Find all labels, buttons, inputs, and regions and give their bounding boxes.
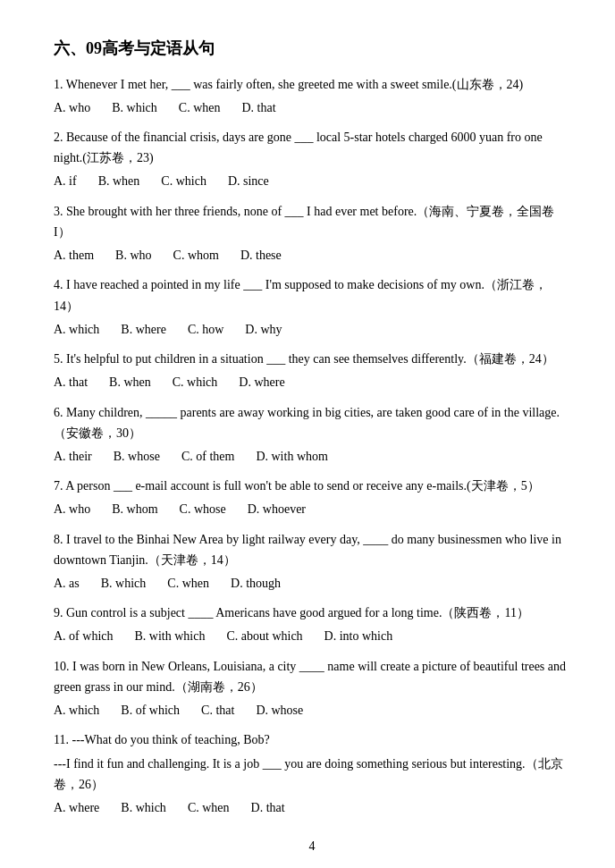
option-1-2: C. when (179, 98, 221, 118)
option-2-0: A. if (54, 172, 77, 191)
option-5-1: B. when (109, 373, 151, 392)
option-5-2: C. which (173, 373, 218, 392)
option-8-1: B. which (101, 574, 147, 594)
option-11-2: C. when (188, 798, 230, 818)
option-5-3: D. where (239, 373, 284, 392)
option-8-0: A. as (54, 574, 80, 594)
options-row-11: A. whereB. whichC. whenD. that (54, 798, 570, 818)
options-row-4: A. whichB. whereC. howD. why (54, 320, 570, 340)
option-4-2: C. how (188, 320, 223, 340)
options-row-5: A. thatB. whenC. whichD. where (54, 373, 570, 392)
option-7-3: D. whoever (248, 500, 306, 519)
option-1-1: B. which (112, 98, 157, 118)
option-10-2: C. that (201, 701, 234, 721)
options-row-1: A. whoB. whichC. whenD. that (54, 98, 570, 118)
option-10-1: B. of which (121, 701, 180, 721)
question-block-5: 5. It's helpful to put children in a sit… (54, 349, 570, 392)
question-text-5: 5. It's helpful to put children in a sit… (54, 349, 570, 369)
question-text-3: 3. She brought with her three friends, n… (54, 201, 570, 242)
option-2-1: B. when (98, 172, 140, 191)
option-4-0: A. which (54, 320, 99, 340)
option-9-1: B. with which (135, 627, 206, 646)
option-10-3: D. whose (256, 701, 303, 721)
question-block-1: 1. Whenever I met her, ___ was fairly of… (54, 74, 570, 118)
question-text-1: 1. Whenever I met her, ___ was fairly of… (54, 74, 570, 95)
option-7-1: B. whom (112, 500, 157, 519)
question-block-2: 2. Because of the financial crisis, days… (54, 127, 570, 192)
option-2-2: C. which (161, 172, 206, 191)
options-row-3: A. themB. whoC. whomD. these (54, 246, 570, 265)
question-block-11: 11. ---What do you think of teaching, Bo… (54, 729, 570, 819)
options-row-6: A. theirB. whoseC. of themD. with whom (54, 447, 570, 467)
title: 六、09高考与定语从句 (54, 36, 570, 62)
option-8-2: C. when (167, 574, 209, 594)
option-11-0: A. where (54, 798, 99, 818)
question-text-4: 4. I have reached a pointed in my life _… (54, 274, 570, 316)
option-7-0: A. who (54, 500, 90, 519)
options-row-9: A. of whichB. with whichC. about whichD.… (54, 627, 570, 646)
question-text-10: 10. I was born in New Orleans, Louisiana… (54, 656, 570, 697)
options-row-2: A. ifB. whenC. whichD. since (54, 172, 570, 191)
question-text-6: 6. Many children, _____ parents are away… (54, 402, 570, 443)
question-text-8: 8. I travel to the Binhai New Area by li… (54, 529, 570, 570)
option-10-0: A. which (54, 701, 99, 721)
option-6-2: C. of them (181, 447, 235, 467)
question-block-7: 7. A person ___ e-mail account is full w… (54, 476, 570, 519)
option-2-3: D. since (228, 172, 269, 191)
question-block-4: 4. I have reached a pointed in my life _… (54, 274, 570, 340)
question-text-11: 11. ---What do you think of teaching, Bo… (54, 729, 570, 750)
option-5-0: A. that (54, 373, 88, 392)
options-row-7: A. whoB. whomC. whoseD. whoever (54, 500, 570, 519)
question-block-8: 8. I travel to the Binhai New Area by li… (54, 529, 570, 594)
options-row-10: A. whichB. of whichC. thatD. whose (54, 701, 570, 721)
question-block-3: 3. She brought with her three friends, n… (54, 201, 570, 266)
option-6-1: B. whose (114, 447, 160, 467)
page-number: 4 (54, 837, 570, 856)
question-text-11: ---I find it fun and challenging. It is … (54, 754, 570, 795)
option-3-2: C. whom (173, 246, 219, 265)
question-text-7: 7. A person ___ e-mail account is full w… (54, 476, 570, 496)
question-block-6: 6. Many children, _____ parents are away… (54, 402, 570, 468)
option-6-0: A. their (54, 447, 92, 467)
question-block-10: 10. I was born in New Orleans, Louisiana… (54, 656, 570, 721)
option-9-3: D. into which (324, 627, 393, 646)
option-1-3: D. that (241, 98, 275, 118)
option-3-3: D. these (240, 246, 282, 265)
option-4-1: B. where (121, 320, 166, 340)
question-block-9: 9. Gun control is a subject ____ America… (54, 603, 570, 646)
questions-container: 1. Whenever I met her, ___ was fairly of… (54, 74, 570, 819)
option-4-3: D. why (245, 320, 282, 340)
option-9-0: A. of which (54, 627, 114, 646)
option-3-0: A. them (54, 246, 94, 265)
option-11-3: D. that (251, 798, 285, 818)
option-7-2: C. whose (180, 500, 226, 519)
option-8-3: D. though (231, 574, 281, 594)
option-3-1: B. who (115, 246, 151, 265)
option-9-2: C. about which (226, 627, 302, 646)
question-text-9: 9. Gun control is a subject ____ America… (54, 603, 570, 623)
option-6-3: D. with whom (256, 447, 328, 467)
option-1-0: A. who (54, 98, 90, 118)
option-11-1: B. which (121, 798, 166, 818)
question-text-2: 2. Because of the financial crisis, days… (54, 127, 570, 168)
options-row-8: A. asB. whichC. whenD. though (54, 574, 570, 594)
